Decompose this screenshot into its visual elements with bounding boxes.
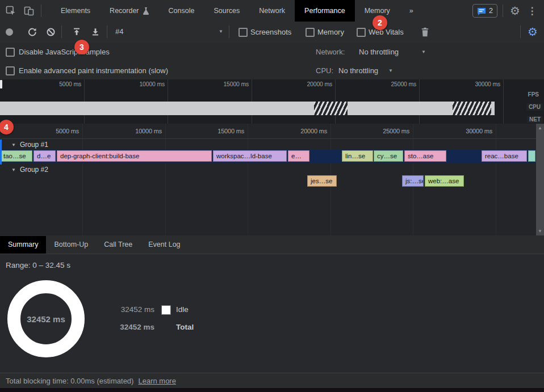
- tab-sources[interactable]: Sources: [204, 0, 249, 22]
- web-vitals-label[interactable]: Web Vitals: [369, 28, 404, 36]
- delete-recording-button[interactable]: [418, 25, 432, 39]
- more-tabs-button[interactable]: »: [400, 0, 423, 22]
- trash-icon: [421, 27, 429, 37]
- timeline-bar[interactable]: lin…se: [342, 150, 373, 162]
- gear-icon: ⚙: [510, 5, 520, 16]
- summary-pane: Range: 0 – 32.45 s 32452 ms 32452 ms Idl…: [0, 254, 544, 373]
- record-button[interactable]: [2, 25, 16, 39]
- flask-preview-icon: [143, 7, 149, 15]
- advanced-paint-label[interactable]: Enable advanced paint instrumentation (s…: [19, 66, 168, 75]
- screenshots-checkbox[interactable]: [238, 28, 248, 37]
- screenshots-label[interactable]: Screenshots: [250, 28, 291, 36]
- group-1-header[interactable]: ▼ Group #1: [0, 140, 536, 150]
- tab-label: Bottom-Up: [54, 241, 88, 248]
- cpu-throttle-arrow[interactable]: ▼: [388, 68, 393, 73]
- tab-call-tree[interactable]: Call Tree: [96, 236, 140, 254]
- devtools-settings-button[interactable]: ⚙: [509, 5, 521, 17]
- ruler-tick-label: 15000 ms: [196, 81, 249, 88]
- devtools-window: Elements Recorder Console Sources Networ…: [0, 0, 544, 392]
- timeline-bar[interactable]: sto…ase: [404, 150, 446, 162]
- network-throttle-arrow[interactable]: ▼: [421, 49, 426, 54]
- timeline-bar[interactable]: reac…base: [482, 150, 527, 162]
- tab-label: Call Tree: [104, 241, 132, 248]
- timeline-bar[interactable]: d…e: [34, 150, 56, 162]
- overview-left-handle[interactable]: [0, 80, 2, 88]
- advanced-paint-checkbox[interactable]: [6, 66, 15, 75]
- legend-total-label: Total: [176, 323, 194, 331]
- web-vitals-checkbox[interactable]: [357, 28, 366, 37]
- issues-counter-button[interactable]: 2: [472, 4, 497, 18]
- reload-and-record-button[interactable]: [25, 25, 39, 39]
- history-select-arrow[interactable]: ▼: [219, 29, 223, 34]
- history-select-value[interactable]: #4: [115, 27, 123, 36]
- tab-label: Recorder: [110, 0, 139, 22]
- group-2-header[interactable]: ▼ Group #2: [0, 165, 536, 175]
- legend-idle-value: 32452 ms: [102, 305, 154, 314]
- timeline-bar[interactable]: jes…se: [307, 175, 337, 187]
- tab-summary[interactable]: Summary: [0, 236, 46, 254]
- tab-elements[interactable]: Elements: [51, 0, 100, 22]
- block-icon: [46, 27, 56, 37]
- ruler-tick-label: 30000 ms: [439, 128, 492, 136]
- issues-count: 2: [489, 7, 493, 15]
- clear-button[interactable]: [44, 25, 57, 39]
- toolbar-divider: [229, 26, 229, 38]
- tab-bottom-up[interactable]: Bottom-Up: [46, 236, 96, 254]
- timeline-bar[interactable]: tao…se: [0, 150, 32, 162]
- cpu-throttle-value[interactable]: No throttling: [338, 66, 378, 75]
- group-1-bars: tao…sed…edep-graph-client:build-basework…: [0, 150, 536, 163]
- ruler-border: [0, 138, 536, 139]
- network-throttle-value[interactable]: No throttling: [359, 48, 399, 56]
- scroll-up-icon[interactable]: ▲: [536, 125, 544, 130]
- kebab-menu-icon: ⋮: [528, 6, 537, 16]
- scroll-down-icon[interactable]: ▼: [536, 229, 544, 234]
- tab-network[interactable]: Network: [249, 0, 295, 22]
- tabbar-divider: [41, 5, 41, 17]
- chevron-more-icon: »: [409, 0, 413, 22]
- memory-checkbox[interactable]: [306, 28, 315, 37]
- tab-label: Performance: [304, 0, 345, 22]
- device-toolbar-button[interactable]: [23, 5, 35, 17]
- ruler-tick-label: 10000 ms: [108, 128, 162, 136]
- tab-label: Network: [259, 0, 285, 22]
- record-icon: [6, 28, 13, 36]
- legend-idle-swatch: [161, 305, 171, 315]
- save-profile-button[interactable]: [89, 25, 102, 39]
- legend-idle-label: Idle: [176, 305, 189, 314]
- gridline: [503, 79, 504, 124]
- overview-cpu-activity: [0, 102, 495, 115]
- ruler-tick-label: 25000 ms: [364, 81, 416, 88]
- timeline-scrollbar[interactable]: ▲ ▼: [536, 124, 544, 235]
- timeline-bar[interactable]: e…: [288, 150, 309, 162]
- timeline-bar[interactable]: dep-graph-client:build-base: [57, 150, 212, 162]
- tab-performance[interactable]: Performance: [295, 0, 355, 22]
- learn-more-link[interactable]: Learn more: [138, 377, 175, 385]
- timeline-bar[interactable]: workspac…ld-base: [213, 150, 287, 162]
- legend-total-value: 32452 ms: [102, 323, 154, 331]
- tab-label: Summary: [8, 241, 38, 248]
- tab-console[interactable]: Console: [159, 0, 204, 22]
- tab-label: Elements: [61, 0, 90, 22]
- chat-bubble-icon: [477, 7, 486, 15]
- cpu-lane-label: CPU: [526, 103, 543, 111]
- tab-recorder[interactable]: Recorder: [100, 0, 158, 22]
- capture-settings-button[interactable]: ⚙: [526, 25, 539, 39]
- inspect-element-button[interactable]: [5, 5, 17, 17]
- annotation-badge-3: 3: [74, 40, 89, 54]
- timeline-overview[interactable]: 5000 ms10000 ms15000 ms20000 ms25000 ms3…: [0, 79, 544, 124]
- disable-js-samples-label[interactable]: Disable JavaScript samples: [19, 48, 110, 56]
- flame-chart-content: 5000 ms10000 ms15000 ms20000 ms25000 ms3…: [0, 124, 536, 235]
- inspect-cursor-icon: [5, 5, 16, 16]
- timeline-bar[interactable]: web:…ase: [425, 175, 464, 187]
- load-profile-button[interactable]: [70, 25, 83, 39]
- devtools-menu-button[interactable]: ⋮: [526, 5, 538, 17]
- timeline-bar[interactable]: js:…se: [402, 175, 424, 187]
- disable-js-samples-checkbox[interactable]: [6, 48, 15, 57]
- timeline-bar[interactable]: cy…se: [374, 150, 403, 162]
- expander-triangle-icon: ▼: [11, 167, 16, 172]
- timeline-bar[interactable]: [528, 150, 535, 162]
- tabbar-divider: [503, 5, 503, 17]
- tab-event-log[interactable]: Event Log: [140, 236, 188, 254]
- memory-label[interactable]: Memory: [317, 28, 344, 36]
- flame-chart-pane[interactable]: 5000 ms10000 ms15000 ms20000 ms25000 ms3…: [0, 124, 544, 235]
